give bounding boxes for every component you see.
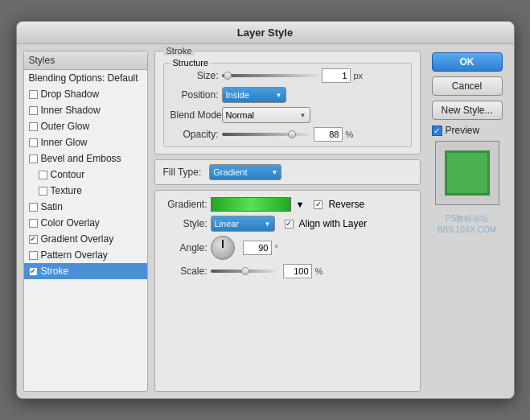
opacity-row: Opacity: %: [171, 127, 405, 142]
blend-mode-arrow-icon: ▼: [300, 112, 306, 119]
texture-label: Texture: [51, 185, 82, 196]
sidebar-item-contour[interactable]: Contour: [24, 167, 147, 183]
sidebar-item-satin[interactable]: Satin: [24, 199, 147, 215]
inner-shadow-label: Inner Shadow: [41, 105, 101, 116]
blend-mode-label: Blend Mode:: [171, 109, 219, 121]
scale-slider-thumb[interactable]: [241, 267, 249, 275]
style-arrow-icon: ▼: [265, 220, 271, 228]
structure-label: Structure: [171, 58, 212, 68]
style-select[interactable]: Linear ▼: [211, 216, 275, 232]
drop-shadow-label: Drop Shadow: [41, 89, 100, 100]
size-label: Size:: [171, 70, 219, 81]
sidebar-item-texture[interactable]: Texture: [24, 183, 147, 199]
gradient-bar[interactable]: [211, 197, 291, 212]
sidebar-item-blending-options[interactable]: Blending Options: Default: [24, 70, 147, 86]
sidebar-item-inner-glow[interactable]: Inner Glow: [24, 134, 147, 150]
preview-checkbox[interactable]: [432, 126, 442, 136]
preview-label: Preview: [446, 125, 480, 136]
opacity-slider-thumb[interactable]: [288, 130, 296, 138]
gradient-label: Gradient:: [163, 199, 207, 210]
pattern-overlay-checkbox[interactable]: [29, 251, 38, 260]
angle-input[interactable]: [243, 241, 272, 255]
position-label: Position:: [171, 89, 219, 101]
blending-options-label: Blending Options: Default: [29, 72, 138, 84]
center-panel: Stroke Structure Size: px P: [154, 51, 421, 392]
dialog-title: Layer Style: [237, 27, 293, 39]
dialog-title-bar: Layer Style: [17, 22, 514, 44]
pattern-overlay-label: Pattern Overlay: [41, 249, 108, 261]
sidebar-item-bevel-emboss[interactable]: Bevel and Emboss: [24, 150, 147, 167]
gradient-bar-arrow-icon[interactable]: ▼: [296, 200, 305, 209]
position-value: Inside: [226, 90, 249, 100]
size-unit: px: [354, 71, 364, 80]
align-with-layer-checkbox[interactable]: [285, 220, 294, 229]
opacity-slider[interactable]: [222, 133, 310, 136]
styles-header: Styles: [24, 51, 147, 70]
angle-row: Angle: °: [163, 236, 412, 260]
preview-label-row: Preview: [432, 125, 503, 136]
size-slider-thumb[interactable]: [224, 72, 232, 80]
scale-label: Scale:: [163, 266, 207, 277]
fill-type-section: Fill Type: Gradient ▼: [154, 159, 421, 185]
gradient-overlay-checkbox[interactable]: [29, 235, 38, 244]
satin-checkbox[interactable]: [29, 203, 38, 212]
reverse-checkbox[interactable]: [314, 200, 323, 209]
preview-box: [445, 150, 490, 196]
color-overlay-label: Color Overlay: [41, 217, 100, 229]
blend-mode-select[interactable]: Normal ▼: [222, 107, 310, 123]
cancel-button[interactable]: Cancel: [432, 76, 503, 96]
angle-dial[interactable]: [211, 236, 235, 260]
fill-type-row: Fill Type: Gradient ▼: [163, 164, 412, 180]
watermark-line1: PS教程论坛: [438, 213, 496, 224]
sidebar-item-color-overlay[interactable]: Color Overlay: [24, 215, 147, 231]
sidebar-item-stroke[interactable]: Stroke: [24, 263, 147, 279]
bevel-emboss-checkbox[interactable]: [29, 154, 38, 163]
layer-style-dialog: Layer Style Styles Blending Options: Def…: [16, 21, 515, 399]
position-row: Position: Inside ▼: [171, 87, 405, 103]
texture-checkbox[interactable]: [39, 187, 47, 196]
fill-type-arrow-icon: ▼: [271, 169, 277, 176]
bevel-emboss-label: Bevel and Emboss: [41, 153, 121, 164]
size-input[interactable]: [322, 68, 351, 83]
style-label: Style:: [163, 218, 207, 229]
color-overlay-checkbox[interactable]: [29, 219, 38, 228]
fill-type-label: Fill Type:: [163, 167, 202, 178]
scale-input[interactable]: [283, 264, 312, 278]
sidebar-item-inner-shadow[interactable]: Inner Shadow: [24, 102, 147, 118]
contour-checkbox[interactable]: [39, 171, 47, 179]
ok-button[interactable]: OK: [432, 52, 503, 72]
contour-label: Contour: [51, 169, 85, 180]
angle-unit: °: [275, 243, 278, 253]
gradient-overlay-label: Gradient Overlay: [41, 233, 114, 245]
stroke-group-label: Stroke: [163, 46, 195, 56]
preview-container: [435, 141, 499, 205]
sidebar-item-gradient-overlay[interactable]: Gradient Overlay: [24, 231, 147, 247]
sidebar-item-drop-shadow[interactable]: Drop Shadow: [24, 86, 147, 102]
inner-glow-label: Inner Glow: [41, 137, 88, 148]
scale-slider[interactable]: [211, 270, 275, 273]
gradient-row: Gradient: ▼ Reverse: [163, 197, 412, 212]
blend-mode-value: Normal: [226, 110, 254, 120]
outer-glow-label: Outer Glow: [41, 121, 90, 132]
fill-type-select[interactable]: Gradient ▼: [209, 164, 281, 180]
drop-shadow-checkbox[interactable]: [29, 90, 38, 99]
sidebar-item-pattern-overlay[interactable]: Pattern Overlay: [24, 247, 147, 263]
inner-shadow-checkbox[interactable]: [29, 106, 38, 115]
inner-glow-checkbox[interactable]: [29, 138, 38, 147]
style-value: Linear: [215, 219, 240, 229]
new-style-button[interactable]: New Style...: [432, 101, 503, 120]
right-panel: OK Cancel New Style... Preview PS教程论坛 BB…: [427, 51, 507, 392]
satin-label: Satin: [41, 201, 63, 212]
watermark-line2: BBS.10XX.COM: [438, 224, 496, 236]
stroke-checkbox[interactable]: [29, 267, 38, 276]
watermark: PS教程论坛 BBS.10XX.COM: [438, 213, 496, 236]
position-select[interactable]: Inside ▼: [222, 87, 286, 103]
scale-unit: %: [315, 266, 323, 276]
align-with-layer-label: Align with Layer: [299, 218, 368, 229]
scale-row: Scale: %: [163, 264, 412, 278]
outer-glow-checkbox[interactable]: [29, 122, 38, 131]
size-slider[interactable]: [222, 74, 318, 77]
opacity-input[interactable]: [314, 127, 343, 142]
position-arrow-icon: ▼: [276, 92, 282, 99]
sidebar-item-outer-glow[interactable]: Outer Glow: [24, 118, 147, 134]
